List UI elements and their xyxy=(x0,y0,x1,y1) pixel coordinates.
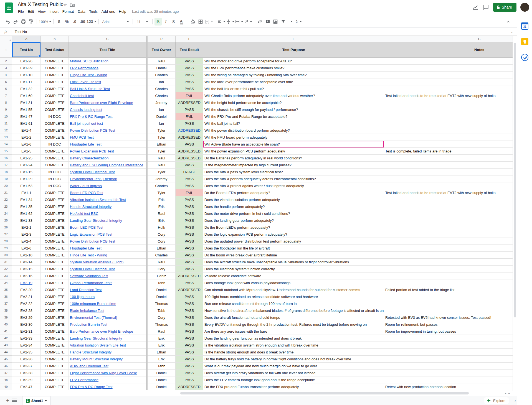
cell-test-title[interactable]: Boom LED PCB Test xyxy=(69,189,146,196)
cell-test-owner[interactable]: Erik xyxy=(148,203,176,210)
cell-test-status[interactable]: COMPLETE xyxy=(41,279,69,286)
cell-test-title[interactable]: AUW and Overload Test xyxy=(69,363,146,370)
cell-test-no[interactable]: EV1-4 xyxy=(12,127,41,134)
cell-test-purpose[interactable]: Do the FRX pro and Futaba transmitter pe… xyxy=(203,383,384,390)
cell-test-status[interactable]: COMPLETE xyxy=(41,349,69,356)
cell-test-owner[interactable]: Erik xyxy=(148,342,176,349)
cell-test-purpose[interactable]: Does the updated power distribution test… xyxy=(203,238,384,245)
row-number[interactable]: 36 xyxy=(0,293,12,300)
scroll-right-icon[interactable]: ▸ xyxy=(508,392,510,395)
cell-notes[interactable] xyxy=(384,141,513,148)
cell-test-purpose[interactable]: Does the vibration isolation perform ade… xyxy=(203,196,384,203)
cell-test-purpose[interactable]: Is the vibration isolation system stron … xyxy=(203,342,384,349)
cell-test-result[interactable]: PASS xyxy=(176,78,203,85)
explore-button[interactable]: Explore xyxy=(484,397,509,404)
cell-test-title[interactable]: Logic Expansion PCB Test xyxy=(69,231,146,238)
cell-notes[interactable] xyxy=(384,78,513,85)
test-title-link[interactable]: System Level Electrical Test xyxy=(70,267,115,271)
row-number[interactable]: 39 xyxy=(0,314,12,321)
cell-test-no[interactable]: EV1-62 xyxy=(12,210,41,217)
cell-test-owner[interactable]: Jeremy xyxy=(148,99,176,106)
test-title-link[interactable]: System Vibration Analysis (Flight) xyxy=(70,260,123,264)
test-title-link[interactable]: Software Validation Test xyxy=(70,274,108,278)
cell-test-no[interactable]: EV1-5 xyxy=(12,148,41,155)
cell-test-owner[interactable]: Charles xyxy=(148,182,176,189)
cell-test-result[interactable]: PASS xyxy=(176,175,203,182)
avatar[interactable] xyxy=(520,3,529,12)
cell-test-result[interactable]: PASS xyxy=(176,182,203,189)
cell-test-status[interactable]: IN DOC xyxy=(41,175,69,182)
cell-notes[interactable] xyxy=(384,182,513,189)
cell-test-purpose[interactable]: Does the handle perform adequately? xyxy=(203,203,384,210)
cell-test-title[interactable]: Flight Performance with Ring Lever Loose xyxy=(69,370,146,376)
comment-history-icon[interactable] xyxy=(483,4,489,11)
cell-test-result[interactable]: FAIL xyxy=(176,92,203,99)
cell-test-title[interactable]: Baro Performance over Flight Envelope xyxy=(69,99,146,106)
cell-test-no[interactable]: EV1-1 xyxy=(12,189,41,196)
cell-test-no[interactable]: EV2-35 xyxy=(12,349,41,356)
cell-test-no[interactable]: EV2-39 xyxy=(12,376,41,383)
row-number[interactable]: 42 xyxy=(0,335,12,342)
menu-data[interactable]: Data xyxy=(76,9,87,14)
test-title-link[interactable]: Ball Link & Strut Life Test xyxy=(70,87,110,91)
row-number[interactable]: 17 xyxy=(0,162,12,169)
cell-test-no[interactable]: EV2-16 xyxy=(12,272,41,279)
cell-notes[interactable] xyxy=(384,363,513,370)
row-number[interactable]: 32 xyxy=(0,266,12,272)
cell-test-status[interactable]: COMPLETE xyxy=(41,383,69,390)
cell-test-owner[interactable]: Charles xyxy=(148,72,176,78)
test-title-link[interactable]: FRX Pro & RC Range Test xyxy=(70,385,113,389)
collapse-toolbar-icon[interactable] xyxy=(505,18,512,26)
cell-test-purpose[interactable]: Does the FPV camera footage look good an… xyxy=(203,376,384,383)
cell-test-no[interactable]: EV2-4 xyxy=(12,238,41,245)
cell-test-purpose[interactable]: Will the motor and drive perform accepta… xyxy=(203,58,384,65)
row-number[interactable]: 30 xyxy=(0,252,12,259)
cell-test-result[interactable]: ADDRESSED xyxy=(176,148,203,155)
cell-test-owner[interactable]: Hulk xyxy=(148,224,176,231)
insert-link-icon[interactable] xyxy=(256,18,264,26)
header-notes[interactable]: Notes xyxy=(384,42,513,58)
test-title-link[interactable]: Power Distribution PCB Test xyxy=(70,128,115,133)
menu-edit[interactable]: Edit xyxy=(26,9,36,14)
cell-test-status[interactable]: COMPLETE xyxy=(41,266,69,272)
cell-test-purpose[interactable]: Does the aircraft function at hot and co… xyxy=(203,314,384,321)
cell-test-title[interactable]: Landing Gear Structural Integrity xyxy=(69,217,146,224)
row-number[interactable]: 43 xyxy=(0,342,12,349)
cell-test-status[interactable]: COMPLETE xyxy=(41,72,69,78)
cell-test-title[interactable]: Ball Link & Strut Life Test xyxy=(69,85,146,92)
cell-test-no[interactable]: EV2-1 xyxy=(12,224,41,231)
cell-test-title[interactable]: Baro Performance over Flight Envelope xyxy=(69,328,146,335)
cell-test-no[interactable]: EV1-60 xyxy=(12,92,41,99)
cell-test-result[interactable]: PASS xyxy=(176,238,203,245)
cell-test-owner[interactable]: Daniel xyxy=(148,65,176,72)
row-number[interactable]: 3 xyxy=(0,65,12,72)
cell-test-purpose[interactable]: Does the electrical system function corr… xyxy=(203,266,384,272)
row-number[interactable]: 48 xyxy=(0,376,12,383)
cell-test-result[interactable]: PASS xyxy=(176,217,203,224)
cell-test-owner[interactable]: Tyler xyxy=(148,134,176,141)
cell-test-title[interactable]: Flopdapter Life Test xyxy=(69,141,146,148)
cell-notes[interactable] xyxy=(384,300,513,307)
paint-format-icon[interactable] xyxy=(27,18,35,26)
cell-test-result[interactable]: PASS xyxy=(176,314,203,321)
cell-test-owner[interactable]: Ethan xyxy=(148,245,176,252)
bold-button[interactable]: B xyxy=(154,18,162,26)
row-number[interactable]: 28 xyxy=(0,238,12,245)
cell-test-no[interactable]: EV2-21 xyxy=(12,293,41,300)
cell-test-purpose[interactable]: Will the FPV performance make customers … xyxy=(203,65,384,72)
cell-notes[interactable]: Retest with new production antenna locat… xyxy=(384,383,513,390)
cell-test-no[interactable]: EV2-6 xyxy=(12,245,41,252)
cell-test-purpose[interactable]: Will the FRX Pro and Futaba Range be acc… xyxy=(203,113,384,120)
cell-notes[interactable] xyxy=(384,342,513,349)
merge-cells-icon[interactable] xyxy=(205,18,213,26)
cell-test-title[interactable]: Hinge Life Test - Wiring xyxy=(69,252,146,259)
test-title-link[interactable]: Handle Structural Integrity xyxy=(70,205,112,209)
cell-test-purpose[interactable]: Will the wiring be damaged by folding / … xyxy=(203,72,384,78)
cell-notes[interactable] xyxy=(384,106,513,113)
cell-test-owner[interactable]: Tabb xyxy=(148,307,176,314)
cell-test-result[interactable]: PASS xyxy=(176,328,203,335)
cell-test-owner[interactable]: Daniel xyxy=(148,376,176,383)
cell-test-result[interactable]: ADDRESSED xyxy=(176,155,203,162)
test-title-link[interactable]: Flight Performance with Ring Lever Loose xyxy=(70,371,137,375)
cell-test-result[interactable]: PASS xyxy=(176,307,203,314)
